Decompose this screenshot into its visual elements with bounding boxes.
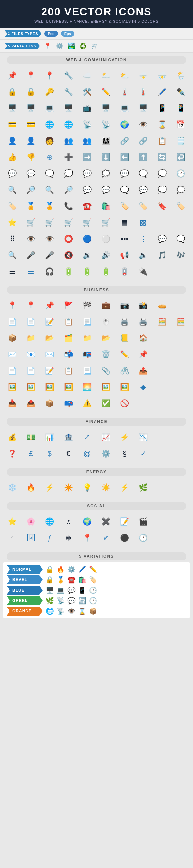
- icon-link2: 🔗: [134, 133, 152, 149]
- icon-clock1: 🕐: [172, 166, 190, 182]
- icon-lock2: 🔓: [22, 84, 40, 100]
- icon-eq1: ⚌: [3, 264, 21, 279]
- icon-pin1: 📌: [3, 68, 21, 84]
- web-section: WEB & COMMUNICATION 📌 📍 📍 🔧 ☁️ 🌥️ ⛅ 🌩️ ⛈…: [0, 56, 193, 283]
- biz-doc2: 📄: [22, 314, 40, 330]
- icon-chat5: 💬: [78, 166, 96, 182]
- icon-music: 🎵: [153, 247, 171, 263]
- icon-chat7: 💬: [115, 166, 134, 182]
- icon-chat4: 💭: [59, 166, 78, 182]
- biz-page1: 📄: [3, 363, 21, 379]
- icon-mic1: 🎤: [22, 247, 40, 263]
- icon-calendar1: 📅: [172, 117, 190, 132]
- bevel-icon-bag: 🛍️: [78, 576, 86, 584]
- biz-notebook1: 📒: [115, 330, 134, 346]
- blue-icon-clock: 🕐: [89, 586, 97, 594]
- header: 200 VECTOR ICONS WEB, BUISNESS, FINANCE,…: [0, 0, 193, 28]
- icon-eye3: 👁️: [40, 231, 59, 247]
- icon-notepad1: 📋: [153, 133, 171, 149]
- icon-arrow-right: ➡️: [78, 150, 96, 165]
- icon-arrow4: ↩️: [172, 150, 190, 165]
- fin-blank4: [172, 446, 190, 462]
- biz-page2: 📄: [22, 363, 40, 379]
- file-types-label: 3 FILES TYPES: [5, 30, 41, 37]
- icon-chat15: 🗯️: [172, 182, 190, 198]
- biz-img1: 🖼️: [3, 379, 21, 395]
- eng-sun1: ✴️: [59, 480, 78, 496]
- biz-flag2: 🏁: [78, 298, 96, 313]
- icon-bag1: 🛍️: [97, 198, 115, 214]
- biz-doc4: 📋: [59, 314, 78, 330]
- icon-sitemap2: 🌐: [59, 117, 78, 132]
- blue-icon-chat: 💬: [67, 586, 76, 594]
- recycle-icon: ♻️: [80, 42, 87, 50]
- icon-cloud5: ⛈️: [153, 68, 171, 84]
- biz-doc5: 📃: [78, 314, 96, 330]
- icon-monitor2: 🖥️: [22, 100, 40, 116]
- icon-chat3: 🗨️: [40, 166, 59, 182]
- fin-blank2: [172, 430, 190, 445]
- icon-blank3: [153, 264, 171, 279]
- icon-dots1: ⠿: [3, 231, 21, 247]
- icon-pin2: 📍: [22, 68, 40, 84]
- biz-doc1: 📄: [3, 314, 21, 330]
- icon-circle3: 🔵: [78, 231, 96, 247]
- fin-stack: 💰: [3, 430, 21, 445]
- icon-thumb1: 👍: [3, 150, 21, 165]
- blue-icon-phone: 📱: [78, 586, 86, 594]
- biz-blank12: [172, 396, 190, 411]
- icon-chat12: 🗨️: [115, 182, 134, 198]
- biz-mail5: 📭: [78, 347, 96, 362]
- bevel-row: BEVEL 🔒 🏅 ☎️ 🛍️ 🏷️: [6, 575, 187, 584]
- normal-icon-eraser: 🖊️: [78, 565, 86, 573]
- biz-pie1: 🥧: [153, 298, 171, 313]
- orange-icon-sitemap: 🌐: [46, 607, 54, 615]
- green-icon-arrow: 🔄: [78, 597, 86, 604]
- soc-pin: 📍: [78, 530, 96, 546]
- icon-lock3: 🔑: [40, 84, 59, 100]
- icon-star1: ⭐: [3, 215, 21, 230]
- icon-chat10: 💬: [78, 182, 96, 198]
- icon-tag3: 🔖: [153, 198, 171, 214]
- biz-img2: 🖼️: [22, 379, 40, 395]
- biz-blank9: [172, 379, 190, 395]
- biz-clip2: 🖇️: [115, 363, 134, 379]
- biz-folder1: 📁: [22, 330, 40, 346]
- biz-trash1: 🗑️: [97, 347, 115, 362]
- icon-monitor8: 🖥️: [134, 100, 152, 116]
- icon-thermo2: 🌡️: [134, 84, 152, 100]
- icon-volume4: 📢: [115, 247, 134, 263]
- icon-satellite: 📡: [78, 117, 96, 132]
- icon-group1: 👥: [78, 133, 96, 149]
- icon-phone2: 📱: [172, 100, 190, 116]
- biz-mail3: ✉️: [40, 347, 59, 362]
- icon-sitemap: 🌐: [40, 117, 59, 132]
- biz-mouse1: 🖱️: [97, 314, 115, 330]
- icon-cart1: 🛒: [22, 215, 40, 230]
- biz-3d1: ◆: [134, 379, 152, 395]
- icon-globe1: 🌍: [115, 117, 134, 132]
- fin-chart1: 📊: [40, 430, 59, 445]
- icon-circle2: ⭕: [59, 231, 78, 247]
- icon-volume1: 🔇: [59, 247, 78, 263]
- orange-icon-cube: 📦: [89, 607, 97, 615]
- orange-label: ORANGE: [6, 607, 43, 616]
- biz-camera2: 📸: [134, 298, 152, 313]
- icon-battery1: 🔋: [59, 264, 78, 279]
- icon-user1: 👤: [3, 133, 21, 149]
- variation-sample-icons: 📍 ⚙️ 🏞️ ♻️ 🛒: [44, 42, 99, 50]
- icon-cart5: 🛒: [97, 215, 115, 230]
- biz-house1: 🏠: [134, 330, 152, 346]
- biz-inbox1: 📥: [3, 396, 21, 411]
- icon-chat1: 💬: [3, 166, 21, 182]
- icon-arrow-up: ⬆️: [134, 150, 152, 165]
- icon-circle1: ⊕: [40, 150, 59, 165]
- fin-pound1: £: [22, 446, 40, 462]
- soc-blank4: [172, 530, 190, 546]
- icon-card1: 💳: [3, 117, 21, 132]
- icon-tag2: 🏷️: [134, 198, 152, 214]
- biz-folder2: 📂: [40, 330, 59, 346]
- icon-link1: 🔗: [115, 133, 134, 149]
- biz-page3: 📝: [40, 363, 59, 379]
- icon-wrench1: 🔧: [59, 68, 78, 84]
